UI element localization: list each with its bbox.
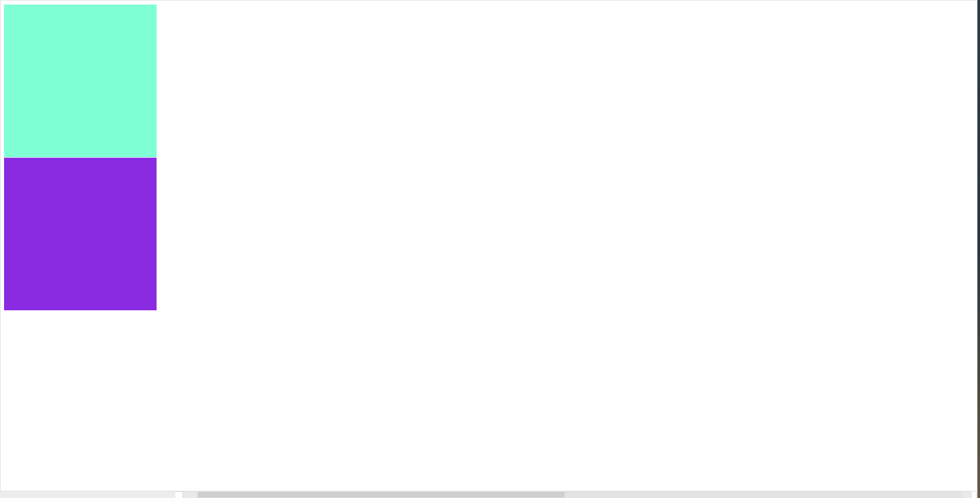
scrollbar-track[interactable]: [198, 491, 962, 498]
scrollbar-thumb[interactable]: [198, 492, 565, 497]
scrollbar-gap: [175, 491, 182, 498]
color-block-blueviolet: [4, 158, 157, 310]
scroll-left-button[interactable]: [182, 491, 198, 498]
viewport: [0, 0, 980, 498]
horizontal-scrollbar[interactable]: [0, 491, 977, 498]
document-canvas: [0, 0, 977, 491]
scrollbar-spacer: [0, 491, 175, 498]
color-block-aquamarine: [4, 5, 157, 157]
window-right-edge: [977, 0, 980, 498]
status-corner-label: [972, 491, 976, 498]
